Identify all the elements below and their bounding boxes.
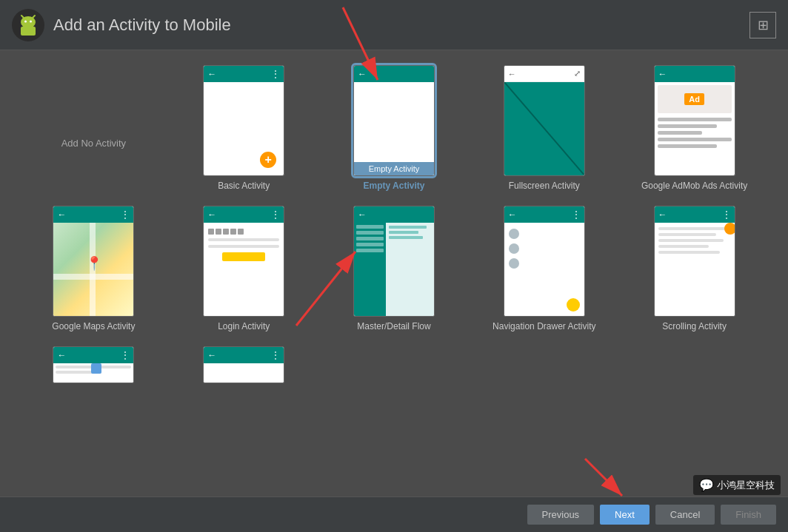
more-icon-p2: ⋮ <box>271 350 280 360</box>
login-activity-label: Login Activity <box>218 321 270 331</box>
back-icon-sc: ← <box>658 209 667 220</box>
selected-label: Empty Activity <box>354 162 434 175</box>
diagonal-line-icon <box>504 82 584 175</box>
md-item-3 <box>356 237 384 240</box>
activity-item-navdrawer[interactable]: ← ⋮ Navigation Drawer Activity <box>473 206 615 331</box>
back-icon-p2: ← <box>207 350 216 360</box>
no-activity-label: Add No Activity <box>61 138 126 149</box>
scroll-line-4 <box>658 245 709 248</box>
activity-item-maps[interactable]: ← ⋮ 📍 Google Maps Activity <box>22 206 165 331</box>
basic-activity-label: Basic Activity <box>218 181 270 191</box>
activity-item-empty[interactable]: ← Empty Activity Empty Activity <box>323 65 466 191</box>
nd-circle-3 <box>509 258 519 269</box>
star-5 <box>238 229 244 235</box>
md-left-panel <box>354 223 386 316</box>
svg-rect-6 <box>21 27 36 36</box>
more-icon-nd: ⋮ <box>572 209 581 220</box>
partial-card-2: ← ⋮ <box>203 346 284 383</box>
activity-item-basic[interactable]: ← ⋮ + Basic Activity <box>173 65 315 191</box>
activity-item-no-activity[interactable]: Add No Activity <box>22 65 165 191</box>
admob-activity-card: ← Ad <box>654 65 735 176</box>
star-3 <box>223 229 229 235</box>
activity-item-scrolling[interactable]: ← ⋮ Scrolling Activity <box>623 206 766 331</box>
previous-button[interactable]: Previous <box>527 505 595 525</box>
more-icon-maps: ⋮ <box>121 209 130 220</box>
maps-topbar: ← ⋮ <box>53 206 133 223</box>
empty-activity-card: ← Empty Activity <box>353 65 435 176</box>
navdrawer-body <box>504 223 584 316</box>
basic-topbar: ← ⋮ <box>204 66 284 82</box>
masterdetail-activity-label: Master/Detail Flow <box>357 321 430 331</box>
activity-item-login[interactable]: ← ⋮ Login Activity <box>173 206 315 331</box>
admob-line-4 <box>658 138 732 141</box>
back-icon-md: ← <box>358 209 367 220</box>
map-pin-icon: 📍 <box>86 255 102 272</box>
fullscreen-topbar-right: ⤢ <box>574 69 581 78</box>
watermark: 💬 小鸿星空科技 <box>693 475 781 495</box>
empty-activity-label: Empty Activity <box>364 181 425 191</box>
partial-check-icon <box>91 363 101 374</box>
activity-grid: Add No Activity ← ⋮ + Basic Activity ← E… <box>0 50 788 496</box>
basic-activity-card: ← ⋮ + <box>203 65 284 176</box>
cancel-button[interactable]: Cancel <box>655 505 715 525</box>
scrolling-activity-label: Scrolling Activity <box>662 321 727 331</box>
partial-topbar-2: ← ⋮ <box>204 347 284 363</box>
map-body: 📍 <box>53 223 133 316</box>
layout-toggle-icon[interactable]: ⊞ <box>749 12 776 38</box>
md-right-panel <box>386 223 434 316</box>
activity-item-admob[interactable]: ← Ad Google AdMob Ads Activity <box>623 65 766 191</box>
back-icon-nd: ← <box>508 209 517 220</box>
fullscreen-body <box>504 82 584 175</box>
ad-badge: Ad <box>684 93 704 105</box>
wechat-icon: 💬 <box>699 478 714 492</box>
expand-icon: ⤢ <box>574 69 581 78</box>
dialog-header: Add an Activity to Mobile ⊞ <box>0 0 788 50</box>
scrolling-topbar: ← ⋮ <box>655 206 735 223</box>
back-icon-login: ← <box>207 209 216 220</box>
admob-line-2 <box>658 124 717 128</box>
md-item-5 <box>356 249 384 252</box>
star-4 <box>230 229 236 235</box>
login-topbar: ← ⋮ <box>204 206 284 223</box>
scrolling-fab-icon <box>724 223 735 235</box>
more-icon-login: ⋮ <box>271 209 280 220</box>
svg-point-3 <box>30 20 32 22</box>
masterdetail-body <box>354 223 434 316</box>
login-field-2 <box>208 245 279 248</box>
more-icon-p1: ⋮ <box>121 350 130 360</box>
login-activity-card: ← ⋮ <box>203 206 284 317</box>
nd-circles-container <box>504 223 584 275</box>
header-left: Add an Activity to Mobile <box>12 9 231 41</box>
nd-fab-icon <box>567 298 580 312</box>
fab-icon: + <box>260 152 276 168</box>
partial-line-2 <box>56 371 101 374</box>
md-item-4 <box>356 243 384 246</box>
maps-activity-label: Google Maps Activity <box>52 321 135 331</box>
star-2 <box>216 229 221 235</box>
admob-activity-label: Google AdMob Ads Activity <box>641 181 747 191</box>
md-item-1 <box>356 225 384 229</box>
activity-item-partial-1[interactable]: ← ⋮ <box>22 346 165 383</box>
fullscreen-activity-label: Fullscreen Activity <box>509 181 580 191</box>
admob-topbar: ← <box>655 66 735 82</box>
dialog-window: Add an Activity to Mobile ⊞ Add No Activ… <box>0 0 788 532</box>
md-content-3 <box>389 236 422 239</box>
finish-button[interactable]: Finish <box>721 505 776 525</box>
admob-line-3 <box>658 131 702 135</box>
masterdetail-activity-card: ← <box>353 206 435 317</box>
md-content-1 <box>389 226 427 229</box>
svg-point-2 <box>24 20 27 22</box>
activity-item-masterdetail[interactable]: ← Master/Det <box>323 206 466 331</box>
admob-line-1 <box>658 118 732 121</box>
scroll-line-1 <box>658 227 731 230</box>
admob-line-5 <box>658 144 717 148</box>
scrolling-activity-card: ← ⋮ <box>654 206 735 317</box>
back-icon-maps: ← <box>57 209 66 220</box>
activity-item-partial-2[interactable]: ← ⋮ <box>173 346 315 383</box>
activity-item-fullscreen[interactable]: ← ⤢ Fullscreen Activity <box>473 65 615 191</box>
masterdetail-topbar: ← <box>354 206 434 223</box>
next-button[interactable]: Next <box>600 505 650 525</box>
login-field-1 <box>208 238 279 241</box>
nd-circle-2 <box>509 243 519 254</box>
more-icon: ⋮ <box>271 69 280 79</box>
